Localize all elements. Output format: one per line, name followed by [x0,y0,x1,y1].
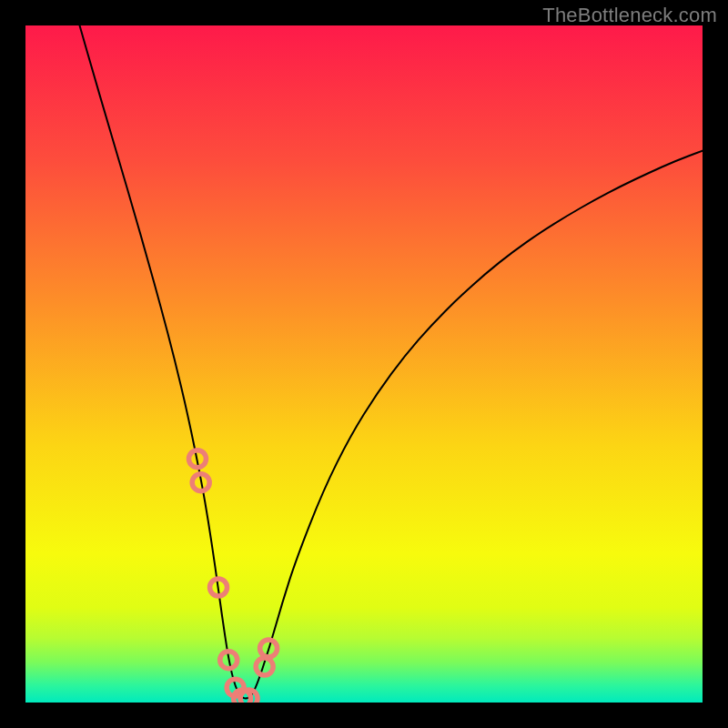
bottleneck-chart [0,0,728,728]
watermark-text: TheBottleneck.com [542,4,717,27]
chart-stage: TheBottleneck.com [0,0,728,728]
svg-rect-1 [25,25,703,703]
